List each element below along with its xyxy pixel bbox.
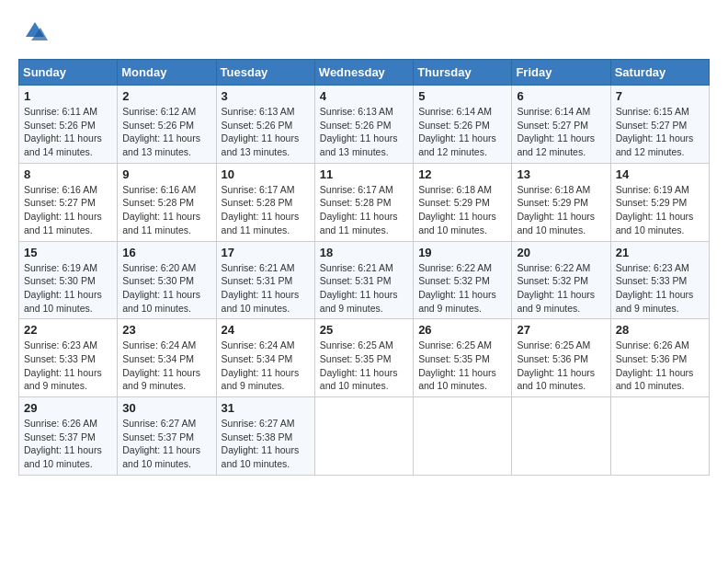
calendar-week-2: 8 Sunrise: 6:16 AM Sunset: 5:27 PM Dayli… (19, 163, 710, 241)
day-number: 11 (320, 167, 408, 181)
sunset-label: Sunset: 5:35 PM (418, 353, 490, 364)
sunset-label: Sunset: 5:28 PM (222, 197, 293, 208)
calendar-header: SundayMondayTuesdayWednesdayThursdayFrid… (19, 60, 710, 86)
sunset-label: Sunset: 5:38 PM (222, 431, 293, 442)
table-row: 1 Sunrise: 6:11 AM Sunset: 5:26 PM Dayli… (19, 86, 118, 164)
day-info: Sunrise: 6:16 AM Sunset: 5:27 PM Dayligh… (24, 183, 112, 237)
sunrise-label: Sunrise: 6:25 AM (320, 339, 393, 350)
sunrise-label: Sunrise: 6:25 AM (418, 339, 492, 350)
header-day-wednesday: Wednesday (314, 60, 413, 86)
day-number: 29 (24, 401, 112, 415)
day-number: 7 (616, 89, 704, 103)
sunset-label: Sunset: 5:28 PM (320, 197, 392, 208)
sunrise-label: Sunrise: 6:16 AM (122, 184, 196, 195)
sunset-label: Sunset: 5:28 PM (122, 197, 194, 208)
sunset-label: Sunset: 5:33 PM (616, 275, 688, 286)
sunrise-label: Sunrise: 6:25 AM (517, 339, 590, 350)
sunrise-label: Sunrise: 6:11 AM (24, 106, 97, 117)
sunset-label: Sunset: 5:32 PM (418, 275, 490, 286)
daylight-label: Daylight: 11 hours and 10 minutes. (222, 444, 300, 469)
sunrise-label: Sunrise: 6:27 AM (122, 418, 196, 429)
sunset-label: Sunset: 5:31 PM (222, 275, 293, 286)
table-row: 30 Sunrise: 6:27 AM Sunset: 5:37 PM Dayl… (118, 397, 216, 476)
sunrise-label: Sunrise: 6:27 AM (222, 418, 295, 429)
sunrise-label: Sunrise: 6:21 AM (222, 262, 295, 273)
day-info: Sunrise: 6:27 AM Sunset: 5:38 PM Dayligh… (222, 417, 310, 471)
day-number: 26 (418, 323, 506, 337)
day-number: 28 (616, 323, 704, 337)
logo-icon (22, 18, 48, 44)
logo (18, 18, 48, 44)
table-row: 13 Sunrise: 6:18 AM Sunset: 5:29 PM Dayl… (512, 163, 610, 241)
daylight-label: Daylight: 11 hours and 10 minutes. (320, 367, 398, 392)
sunrise-label: Sunrise: 6:15 AM (616, 106, 689, 117)
sunrise-label: Sunrise: 6:18 AM (517, 184, 590, 195)
day-number: 18 (320, 246, 408, 259)
table-row: 9 Sunrise: 6:16 AM Sunset: 5:28 PM Dayli… (118, 163, 216, 241)
daylight-label: Daylight: 11 hours and 9 minutes. (24, 367, 102, 392)
table-row: 2 Sunrise: 6:12 AM Sunset: 5:26 PM Dayli… (118, 86, 216, 164)
day-number: 10 (222, 167, 310, 181)
day-number: 21 (616, 246, 704, 259)
day-number: 25 (320, 323, 408, 337)
table-row: 25 Sunrise: 6:25 AM Sunset: 5:35 PM Dayl… (314, 319, 413, 397)
page-header (18, 18, 710, 44)
daylight-label: Daylight: 11 hours and 13 minutes. (320, 132, 398, 157)
day-info: Sunrise: 6:23 AM Sunset: 5:33 PM Dayligh… (24, 339, 112, 393)
daylight-label: Daylight: 11 hours and 9 minutes. (222, 367, 300, 392)
daylight-label: Daylight: 11 hours and 11 minutes. (222, 211, 300, 236)
day-number: 4 (320, 89, 408, 103)
day-number: 17 (222, 246, 310, 259)
sunset-label: Sunset: 5:26 PM (418, 120, 490, 131)
daylight-label: Daylight: 11 hours and 9 minutes. (320, 289, 398, 314)
day-info: Sunrise: 6:14 AM Sunset: 5:26 PM Dayligh… (418, 105, 506, 159)
day-number: 12 (418, 167, 506, 181)
table-row: 7 Sunrise: 6:15 AM Sunset: 5:27 PM Dayli… (610, 86, 709, 164)
table-row (512, 397, 610, 476)
day-info: Sunrise: 6:18 AM Sunset: 5:29 PM Dayligh… (418, 183, 506, 237)
table-row (610, 397, 709, 476)
day-info: Sunrise: 6:20 AM Sunset: 5:30 PM Dayligh… (122, 261, 210, 316)
day-info: Sunrise: 6:24 AM Sunset: 5:34 PM Dayligh… (122, 339, 210, 393)
daylight-label: Daylight: 11 hours and 10 minutes. (517, 211, 595, 236)
table-row: 27 Sunrise: 6:25 AM Sunset: 5:36 PM Dayl… (512, 319, 610, 397)
sunset-label: Sunset: 5:35 PM (320, 353, 392, 364)
header-day-sunday: Sunday (19, 60, 118, 86)
sunset-label: Sunset: 5:27 PM (616, 120, 688, 131)
day-number: 19 (418, 246, 506, 259)
sunrise-label: Sunrise: 6:19 AM (616, 184, 689, 195)
sunrise-label: Sunrise: 6:23 AM (24, 339, 97, 350)
day-number: 24 (222, 323, 310, 337)
table-row (314, 397, 413, 476)
day-info: Sunrise: 6:22 AM Sunset: 5:32 PM Dayligh… (418, 261, 506, 316)
daylight-label: Daylight: 11 hours and 9 minutes. (418, 289, 496, 314)
daylight-label: Daylight: 11 hours and 10 minutes. (418, 367, 496, 392)
calendar-week-1: 1 Sunrise: 6:11 AM Sunset: 5:26 PM Dayli… (19, 86, 710, 164)
table-row: 18 Sunrise: 6:21 AM Sunset: 5:31 PM Dayl… (314, 241, 413, 319)
daylight-label: Daylight: 11 hours and 12 minutes. (517, 132, 595, 157)
calendar-week-5: 29 Sunrise: 6:26 AM Sunset: 5:37 PM Dayl… (19, 397, 710, 476)
sunrise-label: Sunrise: 6:21 AM (320, 262, 393, 273)
day-number: 5 (418, 89, 506, 103)
sunset-label: Sunset: 5:36 PM (616, 353, 688, 364)
sunset-label: Sunset: 5:27 PM (517, 120, 588, 131)
day-number: 8 (24, 167, 112, 181)
table-row: 20 Sunrise: 6:22 AM Sunset: 5:32 PM Dayl… (512, 241, 610, 319)
daylight-label: Daylight: 11 hours and 13 minutes. (122, 132, 200, 157)
daylight-label: Daylight: 11 hours and 9 minutes. (122, 367, 200, 392)
sunset-label: Sunset: 5:37 PM (24, 431, 96, 442)
header-row: SundayMondayTuesdayWednesdayThursdayFrid… (19, 60, 710, 86)
table-row: 22 Sunrise: 6:23 AM Sunset: 5:33 PM Dayl… (19, 319, 118, 397)
sunrise-label: Sunrise: 6:19 AM (24, 262, 97, 273)
day-number: 3 (222, 89, 310, 103)
sunrise-label: Sunrise: 6:20 AM (122, 262, 196, 273)
table-row: 5 Sunrise: 6:14 AM Sunset: 5:26 PM Dayli… (414, 86, 512, 164)
day-number: 20 (517, 246, 605, 259)
sunset-label: Sunset: 5:37 PM (122, 431, 194, 442)
sunrise-label: Sunrise: 6:12 AM (122, 106, 196, 117)
sunset-label: Sunset: 5:29 PM (616, 197, 688, 208)
calendar-body: 1 Sunrise: 6:11 AM Sunset: 5:26 PM Dayli… (19, 86, 710, 476)
sunrise-label: Sunrise: 6:18 AM (418, 184, 492, 195)
sunrise-label: Sunrise: 6:24 AM (222, 339, 295, 350)
table-row: 16 Sunrise: 6:20 AM Sunset: 5:30 PM Dayl… (118, 241, 216, 319)
